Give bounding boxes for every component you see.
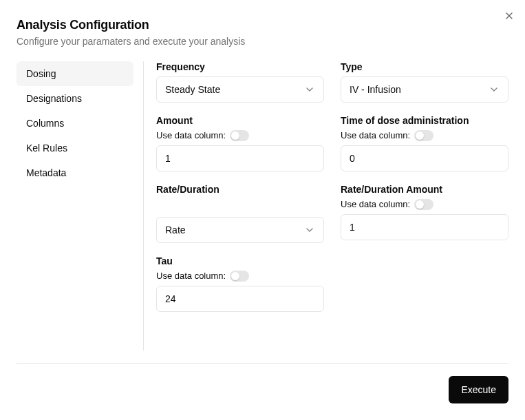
field-rate-duration: Rate/Duration Rate: [156, 184, 324, 243]
close-button[interactable]: [503, 10, 515, 22]
sidebar: Dosing Designations Columns Kel Rules Me…: [17, 61, 144, 350]
rate-duration-amount-toggle-row: Use data column:: [341, 199, 508, 210]
dialog-title: Analysis Configuration: [17, 17, 508, 34]
rate-duration-amount-toggle[interactable]: [414, 199, 433, 210]
sidebar-item-columns[interactable]: Columns: [17, 111, 133, 136]
tau-toggle[interactable]: [230, 271, 249, 282]
chevron-down-icon: [304, 84, 315, 95]
rate-duration-amount-label: Rate/Duration Amount: [341, 184, 508, 195]
type-value: IV - Infusion: [350, 84, 401, 95]
field-time-admin: Time of dose administration Use data col…: [341, 115, 508, 171]
frequency-value: Steady State: [165, 84, 220, 95]
type-label: Type: [341, 61, 508, 72]
analysis-config-dialog: Analysis Configuration Configure your pa…: [0, 0, 525, 420]
rate-duration-label: Rate/Duration: [156, 184, 324, 195]
time-admin-toggle-row: Use data column:: [341, 130, 508, 141]
frequency-select[interactable]: Steady State: [156, 76, 324, 103]
field-rate-duration-amount: Rate/Duration Amount Use data column:: [341, 184, 508, 243]
field-amount: Amount Use data column:: [156, 115, 324, 171]
use-data-column-label: Use data column:: [156, 130, 226, 140]
amount-toggle[interactable]: [230, 130, 249, 141]
frequency-label: Frequency: [156, 61, 324, 72]
time-admin-toggle[interactable]: [414, 130, 433, 141]
rate-duration-value: Rate: [165, 224, 186, 235]
sidebar-item-metadata[interactable]: Metadata: [17, 160, 133, 185]
rate-duration-select-button[interactable]: Rate: [156, 217, 324, 243]
close-icon: [504, 10, 515, 21]
execute-button[interactable]: Execute: [449, 376, 508, 403]
dialog-body: Dosing Designations Columns Kel Rules Me…: [17, 61, 508, 350]
chevron-down-icon: [489, 84, 500, 95]
rate-duration-select[interactable]: Rate: [156, 217, 324, 243]
sidebar-item-label: Metadata: [26, 167, 66, 178]
field-type: Type IV - Infusion: [341, 61, 508, 103]
tau-toggle-row: Use data column:: [156, 271, 324, 282]
amount-input[interactable]: [156, 145, 324, 171]
dialog-footer: Execute: [17, 363, 508, 403]
dialog-subtitle: Configure your paramaters and execute yo…: [17, 35, 508, 49]
spacer: [156, 199, 324, 213]
field-frequency: Frequency Steady State: [156, 61, 324, 103]
sidebar-item-kel-rules[interactable]: Kel Rules: [17, 136, 133, 160]
use-data-column-label: Use data column:: [341, 130, 410, 140]
sidebar-item-label: Kel Rules: [26, 143, 67, 154]
sidebar-item-label: Columns: [26, 118, 64, 129]
use-data-column-label: Use data column:: [341, 199, 410, 209]
type-select-button[interactable]: IV - Infusion: [341, 76, 508, 103]
tau-input[interactable]: [156, 286, 324, 312]
sidebar-item-dosing[interactable]: Dosing: [17, 61, 133, 86]
amount-toggle-row: Use data column:: [156, 130, 324, 141]
dialog-header: Analysis Configuration Configure your pa…: [17, 17, 508, 49]
sidebar-item-label: Designations: [26, 93, 82, 104]
tau-label: Tau: [156, 255, 324, 266]
sidebar-item-designations[interactable]: Designations: [17, 86, 133, 111]
content-panel: Frequency Steady State Type IV - Infusio…: [144, 61, 508, 350]
type-select[interactable]: IV - Infusion: [341, 76, 508, 103]
amount-label: Amount: [156, 115, 324, 126]
frequency-select-button[interactable]: Steady State: [156, 76, 324, 103]
use-data-column-label: Use data column:: [156, 271, 226, 281]
rate-duration-amount-input[interactable]: [341, 214, 508, 240]
time-admin-label: Time of dose administration: [341, 115, 508, 126]
sidebar-item-label: Dosing: [26, 68, 56, 79]
field-tau: Tau Use data column:: [156, 255, 324, 312]
chevron-down-icon: [304, 224, 315, 235]
time-admin-input[interactable]: [341, 145, 508, 171]
